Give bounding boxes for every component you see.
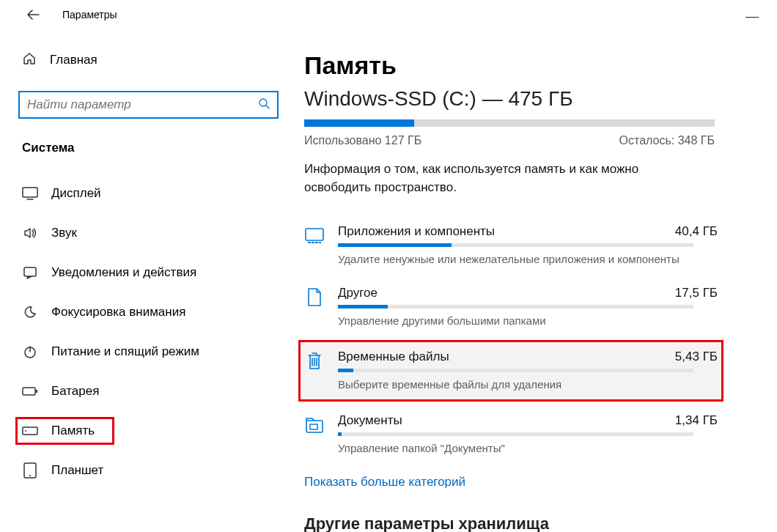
svg-rect-11 <box>308 242 311 243</box>
sidebar-nav: Дисплей Звук Уведомления и действия Фоку… <box>18 174 275 490</box>
svg-point-9 <box>29 475 31 476</box>
svg-rect-5 <box>36 390 37 393</box>
svg-rect-16 <box>310 424 317 429</box>
category-desc: Выберите временные файлы для удаления <box>338 378 718 391</box>
storage-usage-fill <box>304 119 414 127</box>
display-icon <box>22 187 38 200</box>
sidebar-item-tablet[interactable]: Планшет <box>18 451 275 490</box>
category-title: Временные файлы <box>338 350 449 364</box>
page-title: Память <box>304 51 733 80</box>
category-size: 1,34 ГБ <box>675 413 718 428</box>
sidebar-item-label: Планшет <box>51 463 103 478</box>
search-input[interactable] <box>27 97 258 112</box>
sidebar-item-label: Уведомления и действия <box>51 265 196 280</box>
sidebar-item-power[interactable]: Питание и спящий режим <box>18 332 275 372</box>
documents-icon <box>304 415 325 435</box>
sidebar-item-focus[interactable]: Фокусировка внимания <box>18 292 275 332</box>
svg-point-7 <box>25 430 26 432</box>
drive-title: Windows-SSD (C:) — 475 ГБ <box>304 87 733 111</box>
home-icon <box>22 51 37 69</box>
free-label: Осталось: 348 ГБ <box>619 134 715 147</box>
svg-rect-10 <box>306 229 323 240</box>
search-icon <box>258 97 270 112</box>
sidebar-item-battery[interactable]: Батарея <box>18 372 275 411</box>
svg-rect-12 <box>312 242 314 243</box>
storage-icon <box>22 426 38 435</box>
category-bar <box>338 432 693 436</box>
category-desc: Управление папкой "Документы" <box>338 442 718 454</box>
svg-rect-1 <box>23 188 37 197</box>
apps-icon <box>304 226 325 246</box>
storage-usage-labels: Использовано 127 ГБ Осталось: 348 ГБ <box>304 134 715 147</box>
category-size: 5,43 ГБ <box>675 350 718 364</box>
battery-icon <box>22 386 38 396</box>
sidebar-item-display[interactable]: Дисплей <box>18 174 275 213</box>
category-temp-files[interactable]: Временные файлы 5,43 ГБ Выберите временн… <box>298 340 723 402</box>
category-bar <box>338 369 693 372</box>
svg-rect-13 <box>315 242 318 243</box>
svg-rect-14 <box>319 242 321 243</box>
category-desc: Управление другими большими папками <box>338 314 718 327</box>
sidebar-item-label: Память <box>51 424 95 438</box>
svg-rect-4 <box>23 388 35 395</box>
category-title: Другое <box>338 286 378 300</box>
sidebar-item-label: Звук <box>51 226 77 240</box>
sidebar-item-label: Фокусировка внимания <box>51 305 185 319</box>
svg-point-0 <box>259 99 267 106</box>
window-title: Параметры <box>62 9 117 21</box>
category-bar <box>338 243 693 247</box>
sidebar-item-storage[interactable]: Память <box>15 417 114 445</box>
sidebar-item-label: Батарея <box>51 384 99 399</box>
svg-rect-15 <box>306 421 323 432</box>
category-size: 17,5 ГБ <box>675 286 718 300</box>
trash-icon <box>304 351 325 372</box>
file-icon <box>304 287 325 308</box>
more-categories-link[interactable]: Показать больше категорий <box>304 475 465 489</box>
storage-usage-bar <box>304 119 715 127</box>
category-bar <box>338 305 693 309</box>
title-bar: Параметры <box>0 0 777 29</box>
tablet-icon <box>22 462 38 479</box>
category-other[interactable]: Другое 17,5 ГБ Управление другими больши… <box>298 278 723 336</box>
main-content: Память Windows-SSD (C:) — 475 ГБ Использ… <box>290 29 777 532</box>
category-documents[interactable]: Документы 1,34 ГБ Управление папкой "Док… <box>298 406 723 463</box>
sound-icon <box>22 226 38 240</box>
svg-rect-2 <box>24 267 36 276</box>
minimize-button[interactable]: — <box>745 9 759 24</box>
category-desc: Удалите ненужные или нежелательные прило… <box>338 253 718 265</box>
home-link[interactable]: Главная <box>18 44 275 76</box>
home-label: Главная <box>50 53 97 67</box>
category-title: Документы <box>338 413 402 428</box>
sidebar-item-notifications[interactable]: Уведомления и действия <box>18 253 275 292</box>
other-storage-heading: Другие параметры хранилища <box>304 514 733 532</box>
used-label: Использовано 127 ГБ <box>304 134 421 147</box>
sidebar-item-label: Дисплей <box>51 186 101 201</box>
sidebar: Главная Система Дисплей Звук <box>0 29 290 532</box>
back-button[interactable] <box>18 0 48 29</box>
notifications-icon <box>22 265 38 280</box>
category-size: 40,4 ГБ <box>675 224 718 239</box>
sidebar-item-sound[interactable]: Звук <box>18 213 275 253</box>
category-apps[interactable]: Приложения и компоненты 40,4 ГБ Удалите … <box>298 217 723 274</box>
category-list: Приложения и компоненты 40,4 ГБ Удалите … <box>298 217 733 463</box>
category-title: Приложения и компоненты <box>338 224 495 239</box>
sidebar-section-label: Система <box>18 141 275 155</box>
storage-description: Информация о том, как используется памят… <box>304 160 685 196</box>
power-icon <box>22 344 38 359</box>
search-box[interactable] <box>18 91 279 119</box>
sidebar-item-label: Питание и спящий режим <box>51 344 199 359</box>
focus-icon <box>22 305 38 319</box>
